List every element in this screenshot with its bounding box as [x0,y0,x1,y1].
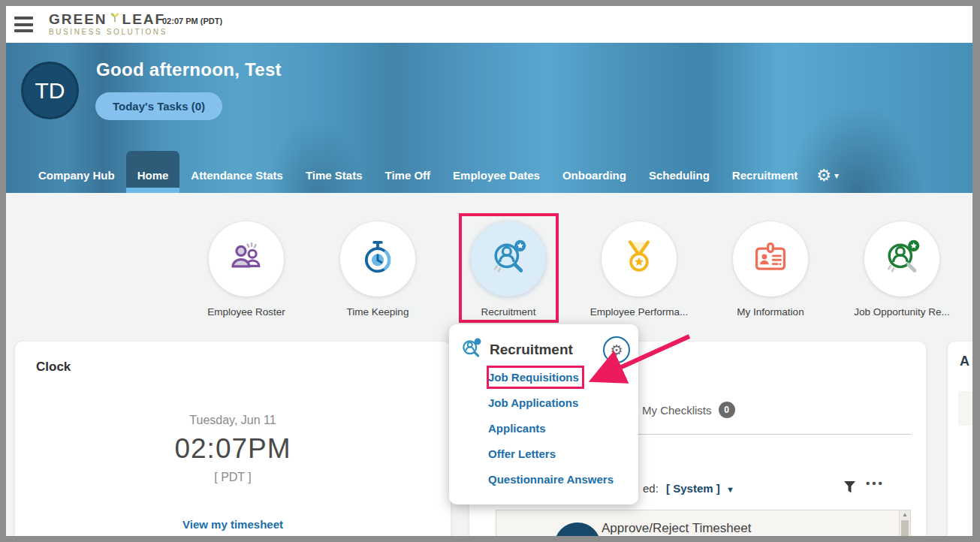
checklists-count-badge: 0 [719,402,735,418]
menu-item-questionnaire-answers[interactable]: Questionnaire Answers [488,467,614,492]
people-icon [227,238,266,280]
tab-home[interactable]: Home [126,151,180,193]
right-card-partial-title: A [960,354,969,369]
tab-attendance-stats[interactable]: Attendance Stats [179,158,294,193]
tab-time-off[interactable]: Time Off [373,158,442,193]
tile-label: Recruitment [456,306,561,318]
clock-time: 02:07PM [15,433,451,465]
popup-title: Recruitment [490,342,573,358]
assigned-label-fragment: ed: [643,482,659,495]
filter-icon[interactable] [844,481,855,497]
quick-tiles-row: Employee Roster Time Keeping [6,193,972,342]
logo-text-green: GREEN [49,12,107,26]
avatar[interactable]: TD [21,62,79,119]
gear-icon: ⚙ [610,342,623,359]
main-nav: Company Hub Home Attendance Stats Time S… [6,158,972,193]
tab-recruitment[interactable]: Recruitment [721,158,810,193]
logo-subtitle: BUSINESS SOLUTIONS [49,28,167,36]
tile-employee-roster[interactable]: Employee Roster [194,221,299,318]
tile-recruitment[interactable]: Recruitment [456,221,561,318]
medal-icon [620,238,659,280]
right-edge-card: A [948,342,980,542]
company-logo: GREEN LEAF BUSINESS SOLUTIONS [49,11,167,36]
assigned-filter: ed: [ System ] ▼ [643,482,734,495]
my-checklists-tab[interactable]: My Checklists 0 [642,402,735,418]
popup-settings-button[interactable]: ⚙ [603,336,630,363]
clock-card: Clock Tuesday, Jun 11 02:07PM [ PDT ] Vi… [15,342,451,542]
id-card-icon [751,238,790,280]
right-card-placeholder [958,391,980,426]
current-time: 02:07 PM (PDT) [162,17,222,26]
task-list-scrollbar[interactable]: ▲ [899,510,910,542]
person-search-icon [460,337,482,363]
tab-company-hub[interactable]: Company Hub [27,158,126,193]
tile-label: Employee Performa... [586,306,692,318]
tile-label: My Information [718,306,823,318]
task-avatar [554,522,601,542]
todays-tasks-button[interactable]: Today's Tasks (0) [95,92,222,120]
tab-time-stats[interactable]: Time Stats [294,158,374,193]
gear-icon: ⚙ [816,167,831,184]
tile-employee-performance[interactable]: Employee Performa... [586,221,692,318]
clock-timezone: [ PDT ] [15,471,451,484]
tab-employee-dates[interactable]: Employee Dates [442,158,551,193]
tab-scheduling[interactable]: Scheduling [638,158,721,193]
leaf-icon [108,11,122,25]
scroll-up-arrow-icon[interactable]: ▲ [900,511,910,518]
assigned-value-dropdown[interactable]: [ System ] [666,482,720,495]
chevron-down-icon: ▼ [726,485,734,494]
tab-onboarding[interactable]: Onboarding [551,158,638,193]
tile-time-keeping[interactable]: Time Keeping [325,221,430,318]
task-list: Approve/Reject Timesheet ▲ [496,510,911,542]
hamburger-menu-icon[interactable] [14,17,33,32]
top-bar: GREEN LEAF BUSINESS SOLUTIONS 02:07 PM (… [6,6,972,43]
stopwatch-icon [358,238,397,280]
scrollbar-thumb[interactable] [901,520,909,541]
nav-settings-dropdown[interactable]: ⚙ ▾ [816,158,839,193]
greeting-text: Good afternoon, Test [96,59,282,80]
menu-item-offer-letters[interactable]: Offer Letters [488,441,614,467]
person-search-icon [882,238,921,280]
menu-item-job-requisitions[interactable]: Job Requisitions [488,365,614,390]
recruitment-popup: Recruitment ⚙ Job Requisitions Job Appli… [449,324,638,504]
more-options-icon[interactable]: ••• [866,477,885,489]
menu-item-applicants[interactable]: Applicants [488,416,614,441]
clock-card-title: Clock [36,360,71,375]
task-list-item[interactable]: Approve/Reject Timesheet [602,521,751,536]
chevron-down-icon: ▾ [834,170,839,181]
app-window: GREEN LEAF BUSINESS SOLUTIONS 02:07 PM (… [0,0,980,542]
tile-my-information[interactable]: My Information [718,221,823,318]
tile-job-opportunity[interactable]: Job Opportunity Re... [849,221,954,318]
menu-item-job-applications[interactable]: Job Applications [488,390,614,416]
tile-label: Time Keeping [325,306,430,318]
clock-date: Tuesday, Jun 11 [15,414,451,427]
view-timesheet-link[interactable]: View my timesheet [15,518,451,531]
hero-banner: TD Good afternoon, Test Today's Tasks (0… [6,43,972,193]
tile-label: Job Opportunity Re... [849,306,954,318]
tile-label: Employee Roster [194,306,299,318]
my-checklists-label: My Checklists [642,404,712,417]
logo-text-leaf: LEAF [122,12,166,26]
person-search-icon [489,238,528,280]
